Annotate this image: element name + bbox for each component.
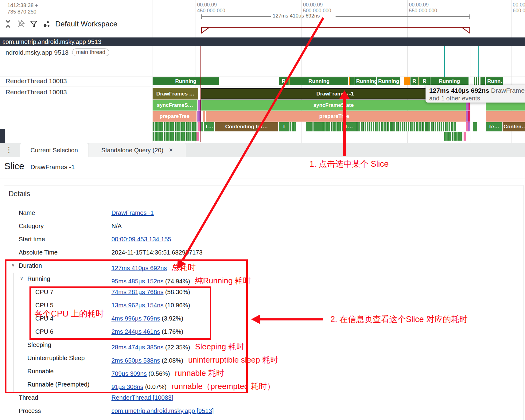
timeline-slice-Running[interactable]: Running bbox=[153, 77, 219, 85]
slice-label: T… bbox=[204, 124, 214, 130]
timeline-slice-R[interactable]: R bbox=[279, 77, 289, 85]
detail-value-link[interactable]: 709µs 309ns bbox=[111, 370, 147, 377]
timeline-slice[interactable] bbox=[444, 132, 463, 141]
timeline-slice[interactable] bbox=[466, 122, 468, 131]
track-group-edge bbox=[0, 129, 5, 143]
detail-row-start-time: Start time00:00:09.453 134 155 bbox=[0, 233, 525, 247]
bottom-panel-tabstrip: ⋮ Current Selection Standalone Query (20… bbox=[0, 143, 525, 157]
detail-value-link[interactable]: 95ms 485µs 152ns bbox=[111, 278, 163, 285]
detail-percent: (22.35%) bbox=[163, 344, 190, 351]
close-icon[interactable]: × bbox=[169, 146, 173, 154]
slice-label: DrawFrames -1 bbox=[316, 91, 355, 97]
timeline-slice[interactable] bbox=[196, 132, 199, 141]
tab-current-selection[interactable]: Current Selection bbox=[20, 143, 88, 157]
detail-value-link[interactable]: DrawFrames -1 bbox=[111, 209, 154, 216]
detail-value-cell: 13ms 962µs 154ns (10.96%) bbox=[111, 302, 190, 309]
overflow-menu-icon[interactable]: ⋮ bbox=[5, 145, 13, 154]
timeline-slice[interactable] bbox=[404, 77, 410, 85]
timeline-slice[interactable] bbox=[153, 122, 197, 131]
slice-label: syncFrameS… bbox=[156, 102, 194, 108]
selection-slice-name: DrawFrames -1 bbox=[30, 163, 75, 171]
process-group-header[interactable]: ∧ com.umetrip.android.msky.app 9513 bbox=[0, 37, 525, 46]
timeline-slice[interactable] bbox=[290, 122, 296, 131]
selection-header: Slice DrawFrames -1 bbox=[4, 161, 75, 171]
detail-label: Thread bbox=[19, 394, 38, 401]
track-renderthread-sched[interactable]: RenderThread 10083 bbox=[6, 77, 67, 85]
detail-label: Uninterruptible Sleep bbox=[27, 355, 85, 362]
detail-value-link[interactable]: 127ms 410µs 692ns bbox=[111, 265, 167, 271]
timeline-slice[interactable] bbox=[350, 77, 355, 85]
timeline-slice-R[interactable]: R bbox=[419, 77, 430, 85]
tab-standalone-query[interactable]: Standalone Query (20) × bbox=[88, 143, 186, 157]
track-main-thread[interactable]: ndroid.msky.app 9513main thread bbox=[6, 49, 109, 56]
timeline-slice[interactable] bbox=[198, 100, 200, 111]
timeline-slice[interactable] bbox=[153, 132, 197, 141]
timeline-slice[interactable] bbox=[480, 77, 485, 85]
timeline-slice-Running[interactable]: Running bbox=[355, 77, 376, 85]
collapse-chevron-icon[interactable]: ∨ bbox=[20, 275, 23, 281]
timeline-slice[interactable] bbox=[313, 122, 323, 131]
timeline-slice-Running[interactable]: Running bbox=[377, 77, 400, 85]
detail-row-name: NameDrawFrames -1 bbox=[0, 207, 525, 220]
detail-row-cpu-5: CPU 513ms 962µs 154ns (10.96%) bbox=[0, 299, 525, 313]
tab-label: Standalone Query (20) bbox=[101, 147, 163, 154]
timeline-slice-Running[interactable]: Running bbox=[290, 77, 348, 85]
detail-value-link[interactable]: 74ms 281µs 768ns bbox=[111, 289, 163, 295]
main-thread-name: ndroid.msky.app 9513 bbox=[6, 49, 68, 56]
timeline-slice[interactable] bbox=[355, 122, 457, 131]
timeline-slice-R[interactable]: R bbox=[410, 77, 418, 85]
annotation-note: runnable（preempted 耗时） bbox=[171, 382, 275, 391]
timeline-slice[interactable] bbox=[349, 77, 350, 85]
vsync-marker bbox=[478, 46, 479, 77]
timeline-slice[interactable] bbox=[474, 77, 475, 85]
timeline-panel: 1d12:38:38 + 735 870 250 Default Workspa… bbox=[0, 0, 525, 143]
timeline-slice-Running[interactable]: Running bbox=[430, 77, 469, 85]
timeline-slice[interactable] bbox=[323, 122, 342, 131]
timeline-slice[interactable] bbox=[197, 111, 200, 122]
timeline-slice[interactable] bbox=[201, 122, 203, 131]
detail-value-link[interactable]: 4ms 996µs 769ns bbox=[111, 315, 160, 322]
timeline-slice-syncFrameS[interactable]: syncFrameS… bbox=[153, 100, 197, 111]
timeline-slice-Runn[interactable]: Runn… bbox=[486, 77, 503, 85]
timeline-slice[interactable] bbox=[306, 122, 313, 131]
timeline-slice-T[interactable]: T bbox=[279, 122, 289, 131]
detail-value-link[interactable]: RenderThread [10083] bbox=[111, 394, 173, 401]
detail-value-link[interactable]: 13ms 962µs 154ns bbox=[111, 302, 163, 309]
slice-label: Running bbox=[355, 78, 376, 84]
collapse-chevron-icon[interactable]: ∨ bbox=[11, 262, 15, 268]
timeline-slice-T[interactable]: T… bbox=[342, 122, 355, 131]
detail-value-link[interactable]: 2ms 650µs 538ns bbox=[111, 357, 160, 364]
timeline-slice-prepareTree[interactable]: prepareTree bbox=[203, 111, 466, 122]
timeline-slice-Contendingfor[interactable]: Contending for… bbox=[215, 122, 278, 131]
timeline-slice[interactable] bbox=[466, 111, 468, 122]
details-table: NameDrawFrames -1CategoryN/AStart time00… bbox=[0, 207, 525, 418]
timeline-slice-Conten[interactable]: Conten… bbox=[503, 122, 525, 131]
selection-bracket bbox=[0, 0, 525, 37]
detail-percent: (0.56%) bbox=[147, 370, 170, 377]
detail-label: Name bbox=[19, 209, 35, 216]
detail-value-link[interactable]: 2ms 244µs 461ns bbox=[111, 328, 160, 335]
timeline-slice[interactable] bbox=[478, 77, 479, 85]
slice-label: R bbox=[422, 78, 427, 84]
timeline-slice-T[interactable]: T… bbox=[204, 122, 214, 131]
detail-value-cell: 709µs 309ns (0.56%)runnable 耗时 bbox=[111, 368, 224, 379]
track-renderthread-slices[interactable]: RenderThread 10083 bbox=[6, 88, 67, 96]
detail-row-category: CategoryN/A bbox=[0, 220, 525, 233]
timeline-slice[interactable] bbox=[476, 77, 477, 85]
selection-kind: Slice bbox=[4, 161, 24, 171]
timeline-slice[interactable] bbox=[473, 122, 477, 131]
timeline-slice[interactable] bbox=[464, 132, 466, 141]
detail-value-link[interactable]: 00:00:09.453 134 155 bbox=[111, 236, 171, 243]
process-title: com.umetrip.android.msky.app 9513 bbox=[2, 38, 101, 45]
detail-value-link[interactable]: 28ms 474µs 385ns bbox=[111, 344, 163, 351]
timeline-slice[interactable] bbox=[486, 111, 525, 122]
collapse-chevron-icon[interactable]: ∧ bbox=[2, 40, 6, 46]
timeline-slice-DrawFrames[interactable]: DrawFrames … bbox=[153, 88, 198, 99]
slice-label: Running bbox=[308, 78, 331, 84]
detail-value-link[interactable]: com.umetrip.android.msky.app [9513] bbox=[111, 407, 214, 414]
timeline-slice-Te[interactable]: Te… bbox=[486, 122, 502, 131]
timeline-slice[interactable] bbox=[205, 111, 206, 122]
timeline-slice-prepareTree[interactable]: prepareTree bbox=[153, 111, 196, 122]
detail-value-link[interactable]: 91µs 308ns bbox=[111, 383, 143, 390]
tooltip-duration: 127ms 410µs 692ns bbox=[429, 87, 489, 94]
